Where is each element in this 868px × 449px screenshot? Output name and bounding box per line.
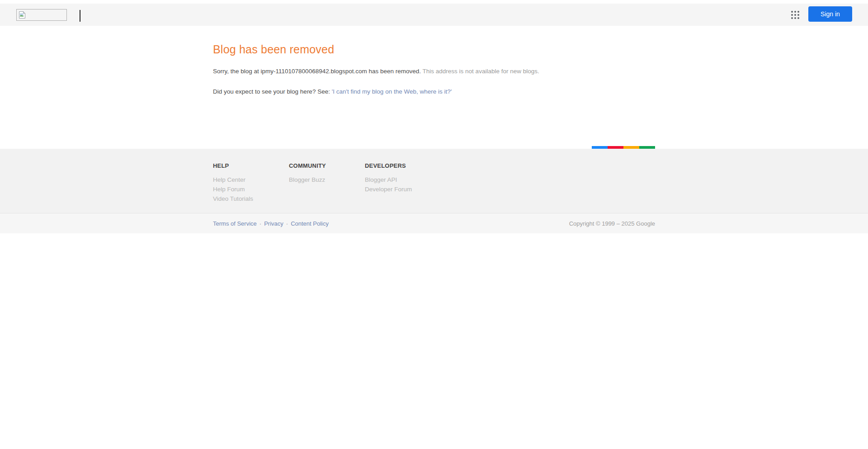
google-apps-icon[interactable] (790, 10, 800, 20)
brand-bar-red (608, 146, 623, 149)
brand-bar-green (639, 146, 655, 149)
separator-dot: · (286, 220, 288, 227)
page-title: Blog has been removed (213, 43, 655, 56)
footer-link-video-tutorials[interactable]: Video Tutorials (213, 195, 253, 202)
footer-link-help-forum[interactable]: Help Forum (213, 186, 245, 193)
help-prompt: Did you expect to see your blog here? Se… (213, 88, 655, 95)
google-brand-bar (592, 146, 655, 149)
removed-message-primary: Sorry, the blog at ipmy-1110107800068942… (213, 68, 421, 75)
help-prompt-text: Did you expect to see your blog here? Se… (213, 88, 332, 95)
removed-message-secondary: This address is not available for new bl… (421, 68, 539, 75)
footer-link-blogger-api[interactable]: Blogger API (365, 176, 397, 183)
legal-links: Terms of Service·Privacy·Content Policy (213, 220, 329, 227)
footer-heading-community: COMMUNITY (289, 162, 365, 169)
sign-in-button[interactable]: Sign in (808, 6, 852, 22)
blog-removed-page: Sign in Blog has been removed Sorry, the… (0, 0, 868, 449)
content-policy-link[interactable]: Content Policy (291, 220, 329, 227)
footer-column-help: HELP Help Center Help Forum Video Tutori… (213, 162, 289, 203)
footer-bottom-bar: Terms of Service·Privacy·Content Policy … (0, 213, 868, 233)
header: Sign in (0, 4, 868, 26)
terms-of-service-link[interactable]: Terms of Service (213, 220, 257, 227)
copyright-text: Copyright © 1999 – 2025 Google (569, 220, 655, 227)
separator-dot: · (259, 220, 261, 227)
footer-column-developers: DEVELOPERS Blogger API Developer Forum (365, 162, 441, 203)
text-cursor (80, 10, 80, 22)
cant-find-blog-link[interactable]: 'I can't find my blog on the Web, where … (332, 88, 452, 95)
brand-bar-yellow (623, 146, 639, 149)
footer-column-community: COMMUNITY Blogger Buzz (289, 162, 365, 203)
broken-image-icon (18, 11, 26, 19)
footer-link-help-center[interactable]: Help Center (213, 176, 245, 183)
brand-bar-blue (592, 146, 608, 149)
footer-heading-help: HELP (213, 162, 289, 169)
footer: HELP Help Center Help Forum Video Tutori… (0, 149, 868, 213)
blogger-logo-broken-image[interactable] (16, 9, 67, 21)
footer-heading-developers: DEVELOPERS (365, 162, 441, 169)
footer-link-developer-forum[interactable]: Developer Forum (365, 186, 412, 193)
privacy-link[interactable]: Privacy (264, 220, 283, 227)
removed-message: Sorry, the blog at ipmy-1110107800068942… (213, 68, 655, 75)
footer-link-blogger-buzz[interactable]: Blogger Buzz (289, 176, 325, 183)
